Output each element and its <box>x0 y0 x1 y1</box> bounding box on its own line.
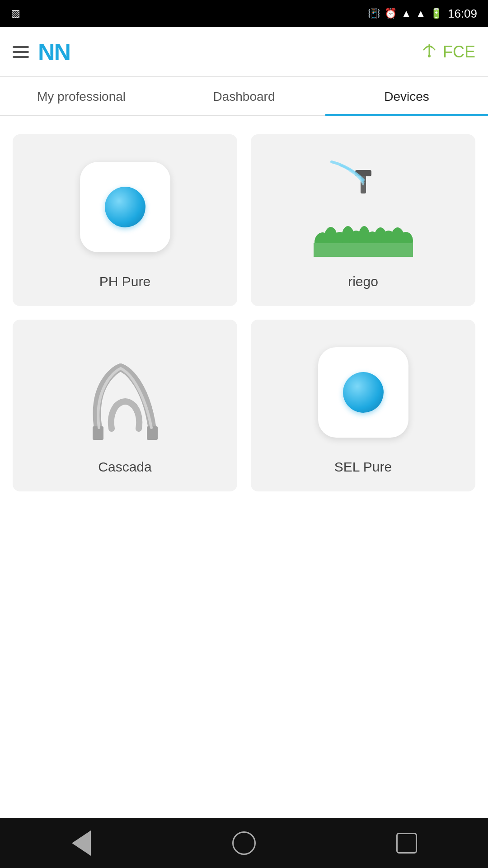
recent-apps-button[interactable] <box>393 830 420 857</box>
device-grid: PH Pure <box>13 134 475 491</box>
back-icon <box>72 830 91 856</box>
home-button[interactable] <box>230 830 258 857</box>
app-logo: NN <box>38 38 70 66</box>
menu-button[interactable] <box>13 46 29 58</box>
riego-label: riego <box>348 274 378 289</box>
sel-pure-icon-container <box>309 338 418 447</box>
main-content: PH Pure <box>0 116 488 818</box>
tab-devices[interactable]: Devices <box>325 77 488 115</box>
cascada-label: Cascada <box>98 459 151 475</box>
battery-icon: 🔋 <box>430 8 442 19</box>
sel-pure-icon <box>318 347 408 438</box>
ph-pure-icon-container <box>71 153 179 261</box>
status-bar-left: ▨ <box>11 8 20 19</box>
home-icon <box>232 831 256 855</box>
sel-pure-label: SEL Pure <box>334 459 392 475</box>
riego-icon <box>314 157 413 257</box>
tab-my-professional[interactable]: My professional <box>0 77 163 115</box>
fce-label: FCE <box>443 42 475 61</box>
signal-icon: ▲ <box>416 8 426 19</box>
fce-section: FCE <box>420 41 475 63</box>
device-card-sel-pure[interactable]: SEL Pure <box>251 320 475 491</box>
device-card-riego[interactable]: riego <box>251 134 475 306</box>
appbar: NN FCE <box>0 27 488 77</box>
status-bar: ▨ 📳 ⏰ ▲ ▲ 🔋 16:09 <box>0 0 488 27</box>
ph-pure-label: PH Pure <box>99 274 150 289</box>
riego-icon-container <box>309 153 418 261</box>
vibrate-icon: 📳 <box>368 8 380 19</box>
alarm-icon: ⏰ <box>385 8 397 19</box>
recent-apps-icon <box>396 833 417 854</box>
status-time: 16:09 <box>448 7 477 21</box>
ph-pure-icon <box>80 162 170 252</box>
wifi-icon: ▲ <box>401 8 411 19</box>
svg-point-1 <box>428 55 431 57</box>
back-button[interactable] <box>68 830 95 857</box>
bottom-nav <box>0 818 488 868</box>
cascada-icon-container <box>71 338 179 447</box>
tab-dashboard[interactable]: Dashboard <box>163 77 325 115</box>
wifi-signal-icon <box>420 41 438 63</box>
status-icons: 📳 ⏰ ▲ ▲ 🔋 <box>368 8 442 19</box>
svg-rect-15 <box>314 243 413 257</box>
sel-pure-sphere <box>343 372 384 413</box>
ph-pure-sphere <box>105 187 145 227</box>
cascada-icon <box>75 343 175 442</box>
device-card-cascada[interactable]: Cascada <box>13 320 237 491</box>
tab-bar: My professional Dashboard Devices <box>0 77 488 116</box>
device-card-ph-pure[interactable]: PH Pure <box>13 134 237 306</box>
